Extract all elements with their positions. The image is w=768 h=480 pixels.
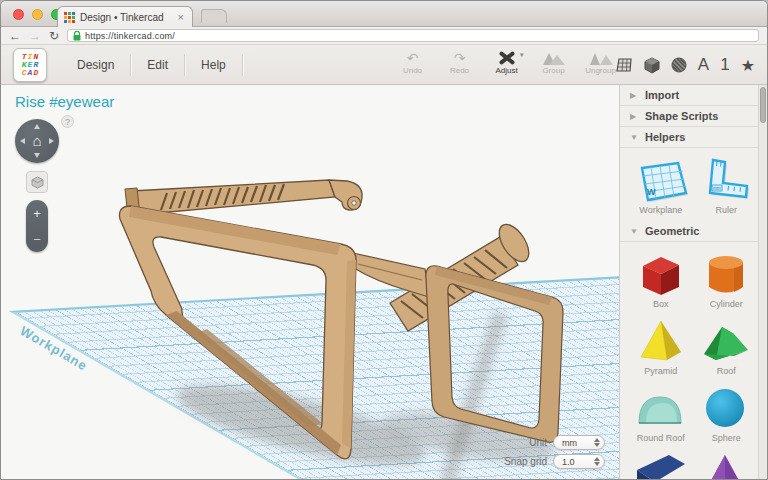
snap-grid-select[interactable]: 1.0 xyxy=(553,454,605,469)
collapsed-arrow-icon: ▶ xyxy=(630,91,638,100)
section-helpers[interactable]: ▼ Helpers xyxy=(620,127,767,148)
orbit-pad[interactable]: ⌂ ? xyxy=(15,119,59,163)
tinkercad-logo[interactable]: TIN KER CAD xyxy=(13,48,47,82)
menu-edit[interactable]: Edit xyxy=(131,45,184,85)
eyeglasses-model[interactable] xyxy=(1,85,619,480)
expanded-arrow-icon: ▼ xyxy=(630,227,638,236)
toolbar-right-icons: A 1 ★ xyxy=(616,45,755,85)
menu-separator xyxy=(242,54,243,76)
shape-workplane[interactable]: W Workplane xyxy=(628,152,694,219)
unit-label: Unit xyxy=(529,437,547,448)
adjust-button[interactable]: ▾ Adjust xyxy=(483,48,530,75)
action-bar: ↶ Undo ↷ Redo ▾ Adjust Group xyxy=(389,48,624,75)
adjust-caret-icon: ▾ xyxy=(520,51,524,58)
shape-sphere[interactable]: Sphere xyxy=(694,380,760,447)
grid-settings: Unit mm Snap grid 1.0 xyxy=(504,435,605,469)
reload-icon[interactable]: ↻ xyxy=(49,30,59,42)
orbit-down-icon[interactable] xyxy=(34,153,40,158)
menu-bar: Design Edit Help xyxy=(61,45,243,85)
shape-pyramid[interactable]: Pyramid xyxy=(628,313,694,380)
round-roof-thumb-icon xyxy=(633,383,689,431)
model-shadow xyxy=(171,313,560,480)
browser-tab[interactable]: Design • Tinkercad × xyxy=(57,6,193,27)
app-toolbar: TIN KER CAD Design Edit Help ↶ Undo ↷ Re… xyxy=(1,45,767,85)
undo-button[interactable]: ↶ Undo xyxy=(389,48,436,75)
redo-icon: ↷ xyxy=(454,48,466,65)
cone-thumb-icon xyxy=(698,450,754,480)
cube-view-icon[interactable] xyxy=(644,57,660,74)
svg-text:W: W xyxy=(647,187,656,197)
shape-ruler[interactable]: mm Ruler xyxy=(694,152,760,219)
new-tab-button[interactable] xyxy=(201,9,227,23)
tab-title: Design • Tinkercad xyxy=(80,12,171,23)
zoom-out-button[interactable]: − xyxy=(26,226,48,252)
shape-wedge[interactable] xyxy=(628,447,694,480)
forward-icon[interactable]: → xyxy=(29,30,41,42)
snap-grid-label: Snap grid xyxy=(504,456,547,467)
shape-round-roof[interactable]: Round Roof xyxy=(628,380,694,447)
pyramid-thumb-icon xyxy=(633,316,689,364)
workplane-toggle-icon[interactable] xyxy=(616,58,633,73)
snap-grid-value: 1.0 xyxy=(562,457,590,467)
expanded-arrow-icon: ▼ xyxy=(630,133,638,142)
redo-button[interactable]: ↷ Redo xyxy=(436,48,483,75)
fit-view-button[interactable] xyxy=(26,171,48,193)
window-controls xyxy=(13,9,62,20)
section-import[interactable]: ▶ Import xyxy=(620,85,767,106)
favorites-star-icon[interactable]: ★ xyxy=(741,56,755,75)
ssl-lock-icon xyxy=(73,31,81,41)
cylinder-thumb-icon xyxy=(698,249,754,297)
stepper-icon xyxy=(594,457,600,466)
wedge-thumb-icon xyxy=(633,450,689,480)
group-button[interactable]: Group xyxy=(530,48,577,75)
shape-roof[interactable]: Roof xyxy=(694,313,760,380)
close-window-button[interactable] xyxy=(13,9,24,20)
address-bar: ← → ↻ https://tinkercad.com/ xyxy=(1,27,767,45)
close-tab-icon[interactable]: × xyxy=(176,12,186,23)
shape-cylinder[interactable]: Cylinder xyxy=(694,246,760,313)
unit-select[interactable]: mm xyxy=(553,435,605,450)
design-title: Rise #eyewear xyxy=(15,93,114,110)
zoom-control: + − xyxy=(26,200,48,252)
section-geometric[interactable]: ▼ Geometric xyxy=(620,221,767,242)
url-text: https://tinkercad.com/ xyxy=(85,31,175,41)
stepper-icon xyxy=(594,438,600,447)
ungroup-icon xyxy=(589,52,613,65)
number-tool-icon[interactable]: 1 xyxy=(720,55,729,75)
sphere-thumb-icon xyxy=(698,383,754,431)
sidebar-scrollbar[interactable] xyxy=(758,85,767,480)
design-canvas[interactable]: Rise #eyewear Workplane xyxy=(1,85,619,480)
shape-cone[interactable] xyxy=(694,447,760,480)
box-thumb-icon xyxy=(633,249,689,297)
adjust-tools-icon: ▾ xyxy=(498,49,516,65)
svg-text:mm: mm xyxy=(713,186,721,191)
orbit-left-icon[interactable] xyxy=(20,138,25,144)
orbit-right-icon[interactable] xyxy=(49,138,54,144)
menu-design[interactable]: Design xyxy=(61,45,130,85)
pattern-sphere-icon[interactable] xyxy=(671,57,687,73)
ruler-thumb-icon: mm xyxy=(698,155,754,203)
minimize-window-button[interactable] xyxy=(32,9,43,20)
group-icon xyxy=(543,52,565,65)
back-icon[interactable]: ← xyxy=(9,30,21,42)
zoom-in-button[interactable]: + xyxy=(26,200,48,226)
fit-cube-icon xyxy=(31,176,44,189)
section-shape-scripts[interactable]: ▶ Shape Scripts xyxy=(620,106,767,127)
bridge[interactable] xyxy=(353,253,429,297)
undo-icon: ↶ xyxy=(407,48,419,65)
help-badge[interactable]: ? xyxy=(61,115,74,128)
url-field[interactable]: https://tinkercad.com/ xyxy=(67,29,759,42)
shape-box[interactable]: Box xyxy=(628,246,694,313)
shapes-sidebar: ▶ Import ▶ Shape Scripts ▼ Helpers W xyxy=(619,85,767,480)
main-area: Rise #eyewear Workplane xyxy=(1,85,767,480)
menu-help[interactable]: Help xyxy=(185,45,242,85)
text-tool-icon[interactable]: A xyxy=(698,55,709,75)
orbit-up-icon[interactable] xyxy=(34,124,40,129)
tinkercad-favicon-icon xyxy=(64,12,75,23)
view-navigation: ⌂ ? + − xyxy=(15,119,75,252)
roof-thumb-icon xyxy=(698,316,754,364)
browser-window: Design • Tinkercad × ← → ↻ https://tinke… xyxy=(0,0,768,480)
scrollbar-thumb[interactable] xyxy=(760,87,766,123)
collapsed-arrow-icon: ▶ xyxy=(630,112,638,121)
workplane-thumb-icon: W xyxy=(633,155,689,203)
